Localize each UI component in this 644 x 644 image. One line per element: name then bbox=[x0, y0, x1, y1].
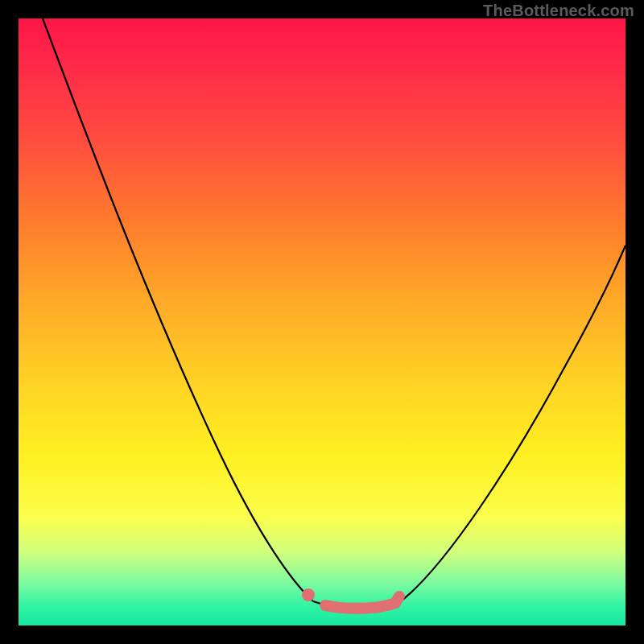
highlight-dot bbox=[302, 588, 315, 601]
highlight-segment bbox=[325, 597, 399, 609]
watermark-text: TheBottleneck.com bbox=[483, 2, 634, 20]
right-ascending-curve bbox=[401, 246, 625, 601]
curve-svg bbox=[19, 19, 625, 625]
chart-plot-area bbox=[19, 19, 625, 625]
left-descending-curve bbox=[43, 19, 313, 601]
